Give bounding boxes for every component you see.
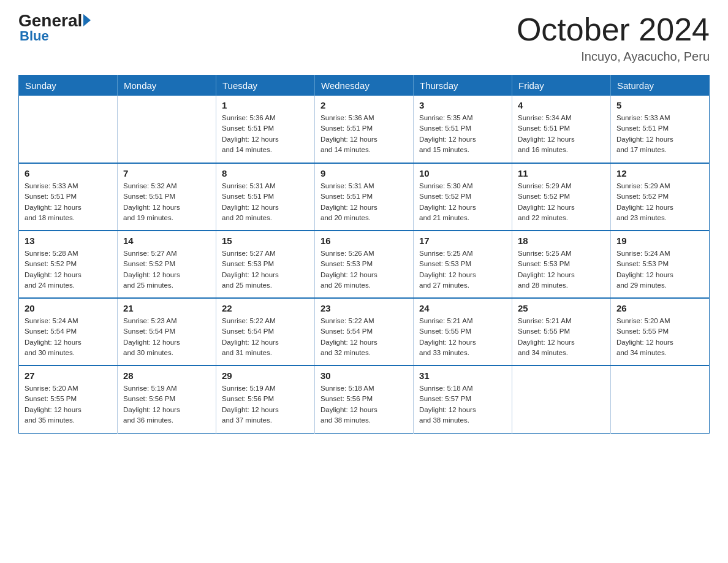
logo-arrow-icon <box>83 14 91 26</box>
day-info: Sunrise: 5:21 AM Sunset: 5:55 PM Dayligh… <box>518 316 605 358</box>
weekday-header-thursday: Thursday <box>414 75 512 96</box>
day-cell: 24Sunrise: 5:21 AM Sunset: 5:55 PM Dayli… <box>414 298 512 366</box>
day-info: Sunrise: 5:35 AM Sunset: 5:51 PM Dayligh… <box>419 113 506 155</box>
day-cell: 2Sunrise: 5:36 AM Sunset: 5:51 PM Daylig… <box>315 96 414 163</box>
calendar-subtitle: Incuyo, Ayacucho, Peru <box>517 50 710 64</box>
day-number: 29 <box>222 370 309 381</box>
day-info: Sunrise: 5:18 AM Sunset: 5:56 PM Dayligh… <box>320 383 408 426</box>
day-number: 1 <box>222 100 309 110</box>
day-number: 3 <box>419 100 506 110</box>
day-info: Sunrise: 5:36 AM Sunset: 5:51 PM Dayligh… <box>222 113 309 155</box>
day-cell: 13Sunrise: 5:28 AM Sunset: 5:52 PM Dayli… <box>19 231 118 298</box>
day-number: 17 <box>419 236 506 246</box>
day-number: 31 <box>419 370 506 381</box>
logo-area: General Blue <box>18 12 91 44</box>
day-info: Sunrise: 5:28 AM Sunset: 5:52 PM Dayligh… <box>25 248 112 291</box>
day-info: Sunrise: 5:21 AM Sunset: 5:55 PM Dayligh… <box>419 316 506 358</box>
day-info: Sunrise: 5:27 AM Sunset: 5:52 PM Dayligh… <box>123 248 210 291</box>
day-cell: 11Sunrise: 5:29 AM Sunset: 5:52 PM Dayli… <box>512 163 611 231</box>
day-number: 16 <box>320 236 408 246</box>
day-cell: 25Sunrise: 5:21 AM Sunset: 5:55 PM Dayli… <box>512 298 611 366</box>
week-row-4: 20Sunrise: 5:24 AM Sunset: 5:54 PM Dayli… <box>19 298 710 366</box>
day-info: Sunrise: 5:20 AM Sunset: 5:55 PM Dayligh… <box>616 316 703 358</box>
day-number: 7 <box>123 168 210 178</box>
day-number: 28 <box>123 370 210 381</box>
day-info: Sunrise: 5:32 AM Sunset: 5:51 PM Dayligh… <box>123 181 210 223</box>
day-info: Sunrise: 5:20 AM Sunset: 5:55 PM Dayligh… <box>25 383 112 426</box>
day-cell: 21Sunrise: 5:23 AM Sunset: 5:54 PM Dayli… <box>118 298 216 366</box>
day-number: 18 <box>518 236 605 246</box>
day-cell: 10Sunrise: 5:30 AM Sunset: 5:52 PM Dayli… <box>414 163 512 231</box>
day-info: Sunrise: 5:29 AM Sunset: 5:52 PM Dayligh… <box>616 181 703 223</box>
logo: General <box>18 12 91 29</box>
day-number: 20 <box>25 303 112 313</box>
day-info: Sunrise: 5:30 AM Sunset: 5:52 PM Dayligh… <box>419 181 506 223</box>
day-number: 19 <box>616 236 703 246</box>
day-number: 4 <box>518 100 605 110</box>
day-number: 6 <box>25 168 112 178</box>
title-area: October 2024 Incuyo, Ayacucho, Peru <box>517 12 710 64</box>
day-number: 12 <box>616 168 703 178</box>
day-cell: 17Sunrise: 5:25 AM Sunset: 5:53 PM Dayli… <box>414 231 512 298</box>
day-cell: 18Sunrise: 5:25 AM Sunset: 5:53 PM Dayli… <box>512 231 611 298</box>
day-cell: 7Sunrise: 5:32 AM Sunset: 5:51 PM Daylig… <box>118 163 216 231</box>
day-cell: 4Sunrise: 5:34 AM Sunset: 5:51 PM Daylig… <box>512 96 611 163</box>
day-cell <box>118 96 216 163</box>
day-cell: 8Sunrise: 5:31 AM Sunset: 5:51 PM Daylig… <box>216 163 315 231</box>
day-info: Sunrise: 5:24 AM Sunset: 5:54 PM Dayligh… <box>25 316 112 358</box>
day-info: Sunrise: 5:26 AM Sunset: 5:53 PM Dayligh… <box>320 248 408 291</box>
week-row-3: 13Sunrise: 5:28 AM Sunset: 5:52 PM Dayli… <box>19 231 710 298</box>
day-number: 10 <box>419 168 506 178</box>
weekday-header-sunday: Sunday <box>19 75 118 96</box>
day-number: 22 <box>222 303 309 313</box>
day-number: 9 <box>320 168 408 178</box>
day-cell: 19Sunrise: 5:24 AM Sunset: 5:53 PM Dayli… <box>611 231 710 298</box>
day-cell: 3Sunrise: 5:35 AM Sunset: 5:51 PM Daylig… <box>414 96 512 163</box>
day-cell: 9Sunrise: 5:31 AM Sunset: 5:51 PM Daylig… <box>315 163 414 231</box>
day-cell: 23Sunrise: 5:22 AM Sunset: 5:54 PM Dayli… <box>315 298 414 366</box>
weekday-header-monday: Monday <box>118 75 216 96</box>
day-number: 23 <box>320 303 408 313</box>
day-cell: 15Sunrise: 5:27 AM Sunset: 5:53 PM Dayli… <box>216 231 315 298</box>
week-row-2: 6Sunrise: 5:33 AM Sunset: 5:51 PM Daylig… <box>19 163 710 231</box>
day-number: 30 <box>320 370 408 381</box>
calendar-title: October 2024 <box>517 12 710 47</box>
day-info: Sunrise: 5:36 AM Sunset: 5:51 PM Dayligh… <box>320 113 408 155</box>
day-info: Sunrise: 5:24 AM Sunset: 5:53 PM Dayligh… <box>616 248 703 291</box>
day-number: 25 <box>518 303 605 313</box>
day-cell <box>512 366 611 433</box>
calendar-table: SundayMondayTuesdayWednesdayThursdayFrid… <box>18 75 710 434</box>
day-info: Sunrise: 5:31 AM Sunset: 5:51 PM Dayligh… <box>222 181 309 223</box>
weekday-header-friday: Friday <box>512 75 611 96</box>
day-info: Sunrise: 5:19 AM Sunset: 5:56 PM Dayligh… <box>222 383 309 426</box>
day-cell: 6Sunrise: 5:33 AM Sunset: 5:51 PM Daylig… <box>19 163 118 231</box>
day-number: 2 <box>320 100 408 110</box>
day-info: Sunrise: 5:31 AM Sunset: 5:51 PM Dayligh… <box>320 181 408 223</box>
week-row-1: 1Sunrise: 5:36 AM Sunset: 5:51 PM Daylig… <box>19 96 710 163</box>
weekday-header-tuesday: Tuesday <box>216 75 315 96</box>
weekday-header-saturday: Saturday <box>611 75 710 96</box>
day-number: 26 <box>616 303 703 313</box>
day-cell: 20Sunrise: 5:24 AM Sunset: 5:54 PM Dayli… <box>19 298 118 366</box>
day-cell: 16Sunrise: 5:26 AM Sunset: 5:53 PM Dayli… <box>315 231 414 298</box>
weekday-header-wednesday: Wednesday <box>315 75 414 96</box>
day-cell: 26Sunrise: 5:20 AM Sunset: 5:55 PM Dayli… <box>611 298 710 366</box>
logo-blue-text: Blue <box>20 28 49 44</box>
day-cell: 30Sunrise: 5:18 AM Sunset: 5:56 PM Dayli… <box>315 366 414 433</box>
weekday-header-row: SundayMondayTuesdayWednesdayThursdayFrid… <box>19 75 710 96</box>
page-header: General Blue October 2024 Incuyo, Ayacuc… <box>18 12 710 64</box>
day-cell: 27Sunrise: 5:20 AM Sunset: 5:55 PM Dayli… <box>19 366 118 433</box>
day-number: 24 <box>419 303 506 313</box>
day-info: Sunrise: 5:23 AM Sunset: 5:54 PM Dayligh… <box>123 316 210 358</box>
day-cell: 31Sunrise: 5:18 AM Sunset: 5:57 PM Dayli… <box>414 366 512 433</box>
day-number: 8 <box>222 168 309 178</box>
day-info: Sunrise: 5:25 AM Sunset: 5:53 PM Dayligh… <box>419 248 506 291</box>
day-info: Sunrise: 5:27 AM Sunset: 5:53 PM Dayligh… <box>222 248 309 291</box>
week-row-5: 27Sunrise: 5:20 AM Sunset: 5:55 PM Dayli… <box>19 366 710 433</box>
day-number: 11 <box>518 168 605 178</box>
day-cell <box>611 366 710 433</box>
day-info: Sunrise: 5:29 AM Sunset: 5:52 PM Dayligh… <box>518 181 605 223</box>
day-number: 14 <box>123 236 210 246</box>
day-info: Sunrise: 5:33 AM Sunset: 5:51 PM Dayligh… <box>616 113 703 155</box>
day-info: Sunrise: 5:19 AM Sunset: 5:56 PM Dayligh… <box>123 383 210 426</box>
